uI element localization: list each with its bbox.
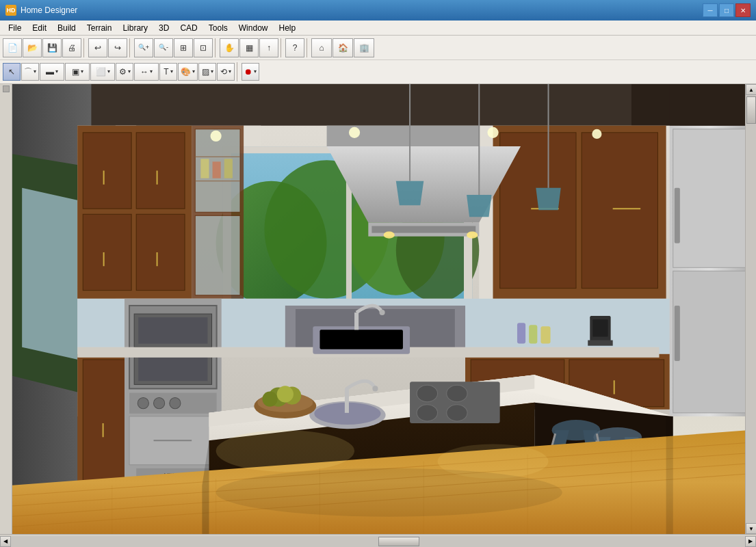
scroll-thumb-bottom[interactable] bbox=[378, 537, 419, 546]
svg-rect-152 bbox=[670, 84, 745, 126]
svg-rect-89 bbox=[320, 330, 402, 349]
cabinet-tool-button[interactable]: ▣▾ bbox=[65, 63, 90, 81]
svg-point-142 bbox=[216, 430, 354, 472]
roof-view-button[interactable]: ⌂ bbox=[311, 38, 332, 57]
open-button[interactable]: 📂 bbox=[23, 38, 42, 57]
menu-edit[interactable]: Edit bbox=[27, 21, 52, 35]
svg-rect-146 bbox=[540, 326, 550, 343]
svg-rect-144 bbox=[517, 323, 525, 343]
svg-point-102 bbox=[417, 385, 437, 401]
sep-t2 bbox=[237, 62, 239, 81]
menu-library[interactable]: Library bbox=[117, 21, 153, 35]
window-title: Home Designer bbox=[21, 5, 77, 15]
svg-rect-145 bbox=[529, 325, 537, 343]
svg-rect-148 bbox=[592, 319, 608, 336]
save-button[interactable]: 💾 bbox=[42, 38, 62, 57]
left-panel-handle[interactable] bbox=[3, 85, 10, 92]
svg-point-111 bbox=[277, 386, 294, 402]
svg-point-77 bbox=[170, 398, 181, 409]
arrow-button[interactable]: ↑ bbox=[259, 38, 278, 57]
3d-viewport[interactable]: VIKING bbox=[12, 84, 745, 534]
svg-rect-64 bbox=[83, 360, 130, 494]
help-cursor-button[interactable]: ? bbox=[285, 38, 304, 57]
elevation-button[interactable]: 🏢 bbox=[354, 38, 374, 57]
svg-rect-71 bbox=[138, 317, 207, 343]
zoom-region-button[interactable]: ⊡ bbox=[194, 38, 213, 57]
sep-1 bbox=[83, 38, 86, 57]
scroll-track-right[interactable] bbox=[746, 95, 756, 523]
undo-button[interactable]: ↩ bbox=[88, 38, 107, 57]
svg-rect-32 bbox=[195, 215, 240, 295]
svg-rect-43 bbox=[327, 126, 480, 146]
scroll-up-button[interactable]: ▲ bbox=[746, 84, 756, 95]
title-bar: HD Home Designer ─ □ ✕ bbox=[0, 0, 756, 21]
text-tool-button[interactable]: T▾ bbox=[159, 63, 177, 81]
wall-tool-button[interactable]: ▬▾ bbox=[40, 63, 64, 81]
dimension-tool-button[interactable]: ↔▾ bbox=[134, 63, 159, 81]
floor-plan-button[interactable]: 🏠 bbox=[333, 38, 353, 57]
menu-terrain[interactable]: Terrain bbox=[81, 21, 118, 35]
svg-rect-56 bbox=[673, 129, 745, 267]
svg-rect-73 bbox=[138, 355, 207, 381]
main-area: VIKING bbox=[0, 84, 756, 534]
svg-point-140 bbox=[487, 127, 498, 138]
select-tool-button[interactable]: ↖ bbox=[3, 63, 21, 81]
maximize-button[interactable]: □ bbox=[719, 3, 734, 17]
svg-rect-23 bbox=[136, 133, 185, 209]
redo-button[interactable]: ↪ bbox=[108, 38, 127, 57]
stairs-tool-button[interactable]: ⬜▾ bbox=[90, 63, 115, 81]
svg-point-48 bbox=[467, 232, 478, 239]
svg-point-76 bbox=[154, 398, 165, 409]
menu-file[interactable]: File bbox=[3, 21, 27, 35]
sep-4 bbox=[281, 38, 283, 57]
scroll-track-bottom[interactable] bbox=[11, 536, 745, 547]
menu-window[interactable]: Window bbox=[233, 21, 274, 35]
svg-rect-22 bbox=[83, 133, 131, 209]
new-button[interactable]: 📄 bbox=[3, 38, 22, 57]
left-panel bbox=[0, 84, 12, 534]
sep-5 bbox=[307, 38, 309, 57]
print-button[interactable]: 🖨 bbox=[62, 38, 81, 57]
zoom-fit-button[interactable]: ⊞ bbox=[174, 38, 193, 57]
transform-tool-button[interactable]: ⟲▾ bbox=[217, 63, 235, 81]
svg-point-100 bbox=[372, 386, 378, 391]
scroll-thumb-right[interactable] bbox=[746, 96, 756, 124]
svg-rect-99 bbox=[345, 388, 349, 412]
material-tool-button[interactable]: 🎨▾ bbox=[178, 63, 198, 81]
app-icon: HD bbox=[5, 5, 16, 16]
close-button[interactable]: ✕ bbox=[735, 3, 751, 17]
fill-view-button[interactable]: ▦ bbox=[239, 38, 259, 57]
sep-2 bbox=[129, 38, 132, 57]
zoom-in-button[interactable]: 🔍+ bbox=[134, 38, 153, 57]
zoom-out-button[interactable]: 🔍- bbox=[154, 38, 173, 57]
fixture-tool-button[interactable]: ⚙▾ bbox=[116, 63, 133, 81]
svg-point-105 bbox=[447, 405, 467, 421]
scroll-down-button[interactable]: ▼ bbox=[746, 523, 756, 534]
svg-point-153 bbox=[216, 468, 562, 517]
minimize-button[interactable]: ─ bbox=[703, 3, 718, 17]
arc-tool-button[interactable]: ⌒▾ bbox=[21, 63, 39, 81]
svg-point-139 bbox=[349, 127, 360, 138]
svg-rect-149 bbox=[588, 341, 612, 346]
svg-marker-6 bbox=[22, 188, 84, 361]
bottom-scrollbar: ◀ ▶ bbox=[0, 534, 756, 547]
svg-point-104 bbox=[417, 405, 437, 421]
svg-rect-36 bbox=[213, 161, 221, 178]
record-button[interactable]: ⏺▾ bbox=[242, 63, 259, 81]
menu-3d[interactable]: 3D bbox=[153, 21, 174, 35]
menu-tools[interactable]: Tools bbox=[203, 21, 233, 35]
svg-rect-57 bbox=[673, 271, 745, 413]
svg-marker-151 bbox=[666, 416, 673, 534]
title-bar-left: HD Home Designer bbox=[5, 5, 77, 16]
menu-cad[interactable]: CAD bbox=[174, 21, 203, 35]
menu-help[interactable]: Help bbox=[273, 21, 301, 35]
menu-build[interactable]: Build bbox=[52, 21, 81, 35]
right-scrollbar: ▲ ▼ bbox=[745, 84, 756, 534]
svg-marker-53 bbox=[467, 195, 491, 217]
fill-tool-button[interactable]: ▨▾ bbox=[198, 63, 216, 81]
scroll-left-button[interactable]: ◀ bbox=[0, 536, 11, 547]
kitchen-scene: VIKING bbox=[12, 84, 745, 534]
scroll-right-button[interactable]: ▶ bbox=[745, 536, 756, 547]
svg-rect-24 bbox=[83, 214, 131, 290]
pan-button[interactable]: ✋ bbox=[220, 38, 239, 57]
